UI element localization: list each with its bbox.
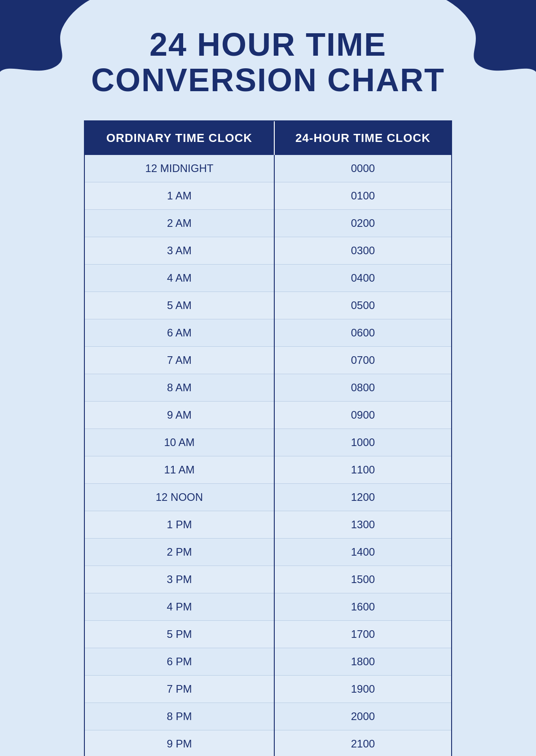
ordinary-time-cell: 7 PM xyxy=(85,676,274,703)
military-time-cell: 0600 xyxy=(274,319,451,347)
ordinary-time-cell: 9 PM xyxy=(85,730,274,756)
military-time-cell: 0400 xyxy=(274,265,451,292)
military-time-cell: 0700 xyxy=(274,347,451,374)
ordinary-time-cell: 11 AM xyxy=(85,456,274,484)
table-row: 12 MIDNIGHT0000 xyxy=(85,155,451,182)
military-time-cell: 0900 xyxy=(274,402,451,429)
military-time-cell: 0100 xyxy=(274,182,451,210)
col1-header: ORDINARY TIME CLOCK xyxy=(85,121,274,155)
table-row: 4 PM1600 xyxy=(85,593,451,621)
military-time-cell: 1200 xyxy=(274,484,451,511)
table-row: 4 AM0400 xyxy=(85,265,451,292)
military-time-cell: 1900 xyxy=(274,676,451,703)
military-time-cell: 0200 xyxy=(274,210,451,237)
table-row: 6 PM1800 xyxy=(85,648,451,676)
table-row: 7 PM1900 xyxy=(85,676,451,703)
ordinary-time-cell: 5 PM xyxy=(85,621,274,648)
table-row: 7 AM0700 xyxy=(85,347,451,374)
col2-header: 24-HOUR TIME CLOCK xyxy=(274,121,451,155)
military-time-cell: 0000 xyxy=(274,155,451,182)
table-row: 5 PM1700 xyxy=(85,621,451,648)
title-line1: 24 HOUR TIME xyxy=(149,27,387,62)
ordinary-time-cell: 10 AM xyxy=(85,429,274,456)
title-line2: CONVERSION CHART xyxy=(91,62,445,98)
table-row: 8 PM2000 xyxy=(85,703,451,730)
conversion-table-container: ORDINARY TIME CLOCK 24-HOUR TIME CLOCK 1… xyxy=(84,120,452,756)
military-time-cell: 1100 xyxy=(274,456,451,484)
ordinary-time-cell: 6 PM xyxy=(85,648,274,676)
ordinary-time-cell: 9 AM xyxy=(85,402,274,429)
conversion-table: ORDINARY TIME CLOCK 24-HOUR TIME CLOCK 1… xyxy=(85,121,451,756)
ordinary-time-cell: 3 AM xyxy=(85,237,274,265)
ordinary-time-cell: 12 MIDNIGHT xyxy=(85,155,274,182)
table-row: 11 AM1100 xyxy=(85,456,451,484)
military-time-cell: 2100 xyxy=(274,730,451,756)
military-time-cell: 1400 xyxy=(274,539,451,566)
table-row: 6 AM0600 xyxy=(85,319,451,347)
military-time-cell: 0500 xyxy=(274,292,451,319)
table-row: 3 PM1500 xyxy=(85,566,451,593)
ordinary-time-cell: 1 AM xyxy=(85,182,274,210)
ordinary-time-cell: 4 PM xyxy=(85,593,274,621)
ordinary-time-cell: 7 AM xyxy=(85,347,274,374)
table-row: 1 PM1300 xyxy=(85,511,451,539)
table-row: 12 NOON1200 xyxy=(85,484,451,511)
ordinary-time-cell: 8 PM xyxy=(85,703,274,730)
table-header-row: ORDINARY TIME CLOCK 24-HOUR TIME CLOCK xyxy=(85,121,451,155)
military-time-cell: 0300 xyxy=(274,237,451,265)
ordinary-time-cell: 4 AM xyxy=(85,265,274,292)
table-row: 2 AM0200 xyxy=(85,210,451,237)
page-container: 24 HOUR TIME CONVERSION CHART ORDINARY T… xyxy=(0,0,536,756)
table-row: 10 AM1000 xyxy=(85,429,451,456)
military-time-cell: 2000 xyxy=(274,703,451,730)
table-row: 9 PM2100 xyxy=(85,730,451,756)
ordinary-time-cell: 1 PM xyxy=(85,511,274,539)
table-row: 9 AM0900 xyxy=(85,402,451,429)
military-time-cell: 1700 xyxy=(274,621,451,648)
table-row: 3 AM0300 xyxy=(85,237,451,265)
military-time-cell: 1600 xyxy=(274,593,451,621)
page-title: 24 HOUR TIME CONVERSION CHART xyxy=(73,27,463,98)
military-time-cell: 1000 xyxy=(274,429,451,456)
military-time-cell: 0800 xyxy=(274,374,451,402)
ordinary-time-cell: 12 NOON xyxy=(85,484,274,511)
ordinary-time-cell: 8 AM xyxy=(85,374,274,402)
ordinary-time-cell: 2 PM xyxy=(85,539,274,566)
table-row: 8 AM0800 xyxy=(85,374,451,402)
table-row: 1 AM0100 xyxy=(85,182,451,210)
military-time-cell: 1300 xyxy=(274,511,451,539)
ordinary-time-cell: 2 AM xyxy=(85,210,274,237)
table-body: 12 MIDNIGHT00001 AM01002 AM02003 AM03004… xyxy=(85,155,451,756)
military-time-cell: 1800 xyxy=(274,648,451,676)
ordinary-time-cell: 3 PM xyxy=(85,566,274,593)
ordinary-time-cell: 5 AM xyxy=(85,292,274,319)
military-time-cell: 1500 xyxy=(274,566,451,593)
table-row: 5 AM0500 xyxy=(85,292,451,319)
table-row: 2 PM1400 xyxy=(85,539,451,566)
ordinary-time-cell: 6 AM xyxy=(85,319,274,347)
